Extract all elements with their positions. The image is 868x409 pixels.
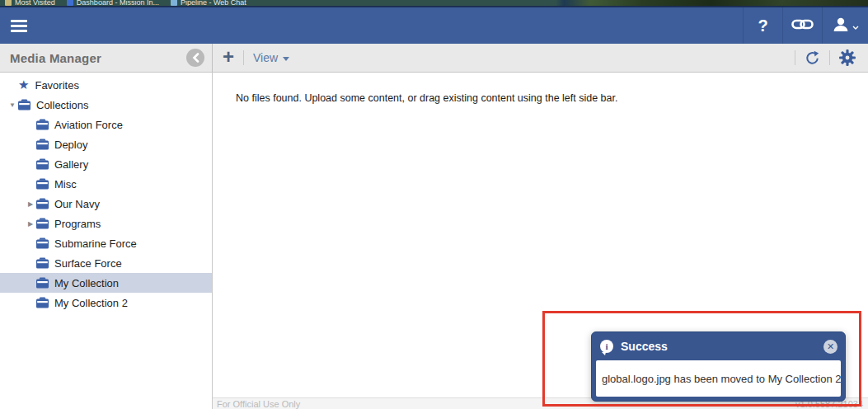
close-notification-button[interactable]: ✕	[823, 340, 838, 354]
chevron-down-icon	[852, 18, 859, 33]
sidebar-item-surface-force[interactable]: Surface Force	[0, 253, 212, 273]
sidebar-item-label: Surface Force	[54, 257, 122, 270]
sidebar-item-label: Misc	[54, 178, 77, 190]
close-icon: ✕	[827, 341, 834, 352]
toolbar-divider	[243, 50, 244, 65]
collection-icon	[36, 178, 49, 190]
collection-icon	[36, 297, 49, 308]
hamburger-icon	[11, 17, 27, 35]
user-menu-button[interactable]	[822, 7, 868, 44]
sidebar-tree: ★ Favorites ▼ Collections Aviation Force	[0, 75, 212, 313]
sidebar-item-label: Our Navy	[54, 198, 100, 210]
menu-button[interactable]	[0, 7, 38, 44]
expander-icon[interactable]: ▼	[7, 101, 18, 109]
view-dropdown[interactable]: View	[253, 51, 289, 64]
sidebar-header: Media Manager	[0, 44, 213, 72]
sidebar-item-my-collection[interactable]: My Collection	[0, 273, 212, 293]
sidebar-item-label: Collections	[36, 99, 89, 111]
row-icon-slot	[18, 99, 30, 110]
sidebar-item-aviation-force[interactable]: Aviation Force	[0, 115, 212, 134]
expander-icon[interactable]: ▶	[25, 220, 36, 228]
row-icon-slot	[36, 178, 49, 190]
caret-down-icon	[283, 57, 289, 61]
bookmark-item[interactable]: Most Visited	[5, 0, 55, 6]
row-icon-slot	[36, 218, 49, 229]
toolbar-divider	[829, 50, 830, 65]
row-icon-slot	[36, 198, 49, 209]
folder-icon	[5, 0, 12, 6]
collection-icon	[18, 99, 30, 110]
collection-icon	[36, 139, 49, 150]
sidebar-item-submarine-force[interactable]: Submarine Force	[0, 233, 212, 253]
notification-message: global.logo.jpg has been moved to My Col…	[596, 360, 841, 397]
sidebar-item-label: My Collection	[54, 277, 119, 289]
sidebar-item-deploy[interactable]: Deploy	[0, 134, 212, 154]
help-icon: ?	[758, 16, 767, 35]
view-dropdown-label: View	[253, 51, 278, 64]
sidebar-item-label: Submarine Force	[54, 237, 137, 250]
link-button[interactable]	[782, 7, 822, 44]
bookmark-item[interactable]: Dashboard - Mission In...	[67, 0, 159, 6]
sidebar: ★ Favorites ▼ Collections Aviation Force	[0, 73, 213, 409]
sidebar-item-programs[interactable]: ▶ Programs	[0, 214, 212, 233]
sidebar-item-label: Programs	[54, 218, 101, 230]
collection-icon	[36, 237, 49, 249]
star-icon	[67, 0, 73, 6]
gear-icon	[839, 49, 856, 66]
settings-button[interactable]	[839, 49, 856, 66]
collection-icon	[36, 198, 49, 209]
row-icon-slot	[36, 257, 49, 269]
notification-title: Success	[621, 340, 668, 353]
refresh-icon	[805, 50, 820, 66]
empty-state-message: No files found. Upload some content, or …	[213, 73, 868, 104]
toolbar-divider	[795, 50, 795, 65]
row-icon-slot	[36, 277, 49, 289]
bookmark-label: Most Visited	[15, 0, 55, 6]
app-toolbar: ?	[0, 7, 868, 44]
sidebar-item-misc[interactable]: Misc	[0, 174, 212, 194]
sidebar-item-collections[interactable]: ▼ Collections	[0, 95, 212, 115]
sidebar-item-label: Deploy	[54, 139, 87, 151]
bookmark-label: Pipeline - Web Chat	[181, 0, 246, 6]
classification-label: For Official Use Only	[217, 399, 300, 409]
add-button[interactable]: +	[223, 49, 234, 65]
chevron-left-icon	[192, 53, 199, 63]
collection-icon	[36, 257, 49, 269]
expander-icon[interactable]: ▶	[25, 200, 36, 208]
info-icon: i	[600, 340, 613, 353]
row-icon-slot	[36, 158, 49, 170]
collection-icon	[36, 119, 49, 130]
sidebar-item-label: Favorites	[35, 79, 78, 92]
row-icon-slot	[36, 139, 49, 150]
collection-icon	[36, 277, 49, 289]
refresh-button[interactable]	[805, 50, 820, 66]
success-notification: i Success ✕ global.logo.jpg has been mov…	[591, 331, 846, 402]
browser-bookmarks-bar: Most Visited Dashboard - Mission In... P…	[0, 0, 868, 6]
bookmark-item[interactable]: Pipeline - Web Chat	[171, 0, 246, 6]
header-strip: Media Manager + View	[0, 44, 868, 73]
row-icon-slot	[36, 237, 49, 249]
sidebar-item-our-navy[interactable]: ▶ Our Navy	[0, 194, 212, 214]
app-icon	[171, 0, 177, 6]
page-title: Media Manager	[10, 51, 101, 65]
bookmark-label: Dashboard - Mission In...	[77, 0, 159, 6]
row-icon-slot	[36, 297, 49, 308]
row-icon-slot: ★	[18, 79, 29, 91]
sidebar-item-label: Gallery	[54, 158, 88, 171]
sidebar-item-label: My Collection 2	[54, 297, 128, 309]
content-toolbar: + View	[213, 44, 868, 72]
collapse-sidebar-button[interactable]	[186, 49, 204, 67]
link-icon	[791, 18, 814, 34]
help-button[interactable]: ?	[743, 7, 782, 44]
row-icon-slot	[36, 119, 49, 130]
user-icon	[833, 17, 849, 35]
sidebar-item-my-collection-2[interactable]: My Collection 2	[0, 293, 212, 313]
collection-icon	[36, 218, 49, 229]
sidebar-item-label: Aviation Force	[54, 119, 123, 131]
collection-icon	[36, 158, 49, 170]
notification-header: i Success ✕	[592, 332, 845, 360]
sidebar-item-gallery[interactable]: Gallery	[0, 154, 212, 174]
star-icon: ★	[18, 79, 29, 91]
sidebar-item-favorites[interactable]: ★ Favorites	[0, 75, 212, 95]
